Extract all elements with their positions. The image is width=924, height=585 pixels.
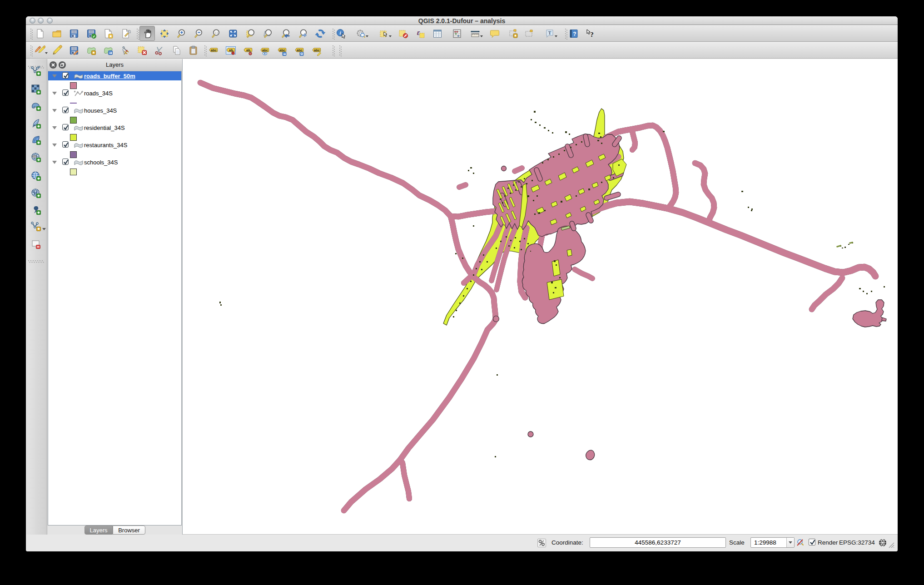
svg-text:WMS: WMS: [33, 156, 37, 158]
svg-text:1:1: 1:1: [214, 31, 218, 34]
svg-text:abc: abc: [314, 48, 320, 52]
svg-text:ab: ab: [246, 48, 250, 52]
svg-text:abc: abc: [279, 48, 285, 52]
svg-text:abc: abc: [211, 48, 217, 52]
svg-text:T: T: [548, 30, 551, 35]
svg-text:abc: abc: [262, 48, 268, 52]
svg-text:ε: ε: [417, 29, 420, 36]
svg-text:?: ?: [590, 31, 594, 38]
svg-text:abc: abc: [297, 48, 303, 52]
svg-text:ab: ab: [229, 48, 233, 52]
svg-text:?: ?: [573, 31, 576, 37]
